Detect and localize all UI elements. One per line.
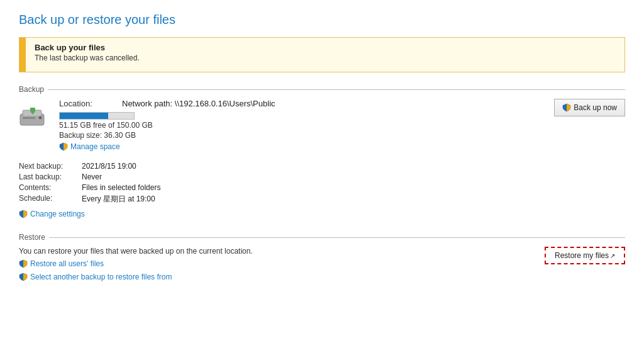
shield-icon-manage — [59, 142, 68, 151]
location-row: Location: Network path: \\192.168.0.16\U… — [59, 99, 275, 108]
schedule-row: Schedule: Every 星期日 at 19:00 — [19, 194, 625, 205]
backup-meta-rows: Next backup: 2021/8/15 19:00 Last backup… — [19, 162, 625, 220]
next-backup-label: Next backup: — [19, 162, 82, 171]
shield-icon-restore-all — [19, 259, 28, 268]
change-settings-link[interactable]: Change settings — [19, 210, 85, 218]
svg-rect-2 — [30, 108, 35, 111]
contents-label: Contents: — [19, 183, 82, 192]
backup-section: Backup Location: — [19, 85, 625, 220]
restore-description: You can restore your files that were bac… — [19, 247, 545, 256]
restore-all-users-link[interactable]: Restore all users' files — [19, 259, 104, 268]
svg-point-5 — [39, 116, 42, 120]
shield-icon-settings — [19, 210, 28, 218]
storage-progress-fill — [60, 113, 108, 119]
backup-size-text: Backup size: 36.30 GB — [59, 131, 275, 140]
page-title: Back up or restore your files — [19, 13, 625, 27]
warning-banner: Back up your files The last backup was c… — [19, 37, 625, 72]
cursor-indicator: ↗ — [610, 252, 615, 259]
svg-rect-4 — [23, 117, 35, 119]
warning-content: Back up your files The last backup was c… — [26, 38, 148, 72]
next-backup-row: Next backup: 2021/8/15 19:00 — [19, 162, 625, 171]
last-backup-value: Never — [82, 172, 102, 181]
shield-icon-backup — [562, 103, 571, 112]
location-value: Network path: \\192.168.0.16\Users\Publi… — [122, 99, 275, 108]
contents-row: Contents: Files in selected folders — [19, 183, 625, 192]
warning-subtitle: The last backup was cancelled. — [35, 54, 140, 62]
select-another-backup-link[interactable]: Select another backup to restore files f… — [19, 273, 172, 281]
contents-value: Files in selected folders — [82, 183, 160, 192]
schedule-value: Every 星期日 at 19:00 — [82, 194, 155, 205]
last-backup-row: Last backup: Never — [19, 172, 625, 181]
restore-left: You can restore your files that were bac… — [19, 247, 545, 283]
drive-icon — [19, 99, 49, 155]
last-backup-label: Last backup: — [19, 172, 82, 181]
shield-icon-select-backup — [19, 273, 28, 281]
backup-info: Location: Network path: \\192.168.0.16\U… — [59, 99, 275, 155]
restore-section-header: Restore — [19, 233, 625, 242]
restore-my-files-button[interactable]: Restore my files ↗ — [545, 247, 625, 264]
backup-section-header: Backup — [19, 85, 625, 94]
backup-now-button[interactable]: Back up now — [554, 99, 625, 116]
location-label: Location: — [59, 99, 122, 108]
schedule-label: Schedule: — [19, 194, 82, 205]
restore-section: Restore You can restore your files that … — [19, 233, 625, 283]
next-backup-value: 2021/8/15 19:00 — [82, 162, 136, 171]
warning-title: Back up your files — [35, 43, 140, 52]
restore-inner: You can restore your files that were bac… — [19, 247, 625, 283]
location-and-button-row: Location: Network path: \\192.168.0.16\U… — [19, 99, 625, 155]
warning-stripe — [19, 38, 26, 72]
backup-inner: Location: Network path: \\192.168.0.16\U… — [19, 99, 275, 155]
storage-progress-bar — [59, 112, 135, 120]
manage-space-link[interactable]: Manage space — [59, 142, 120, 151]
free-space-text: 51.15 GB free of 150.00 GB — [59, 121, 275, 130]
